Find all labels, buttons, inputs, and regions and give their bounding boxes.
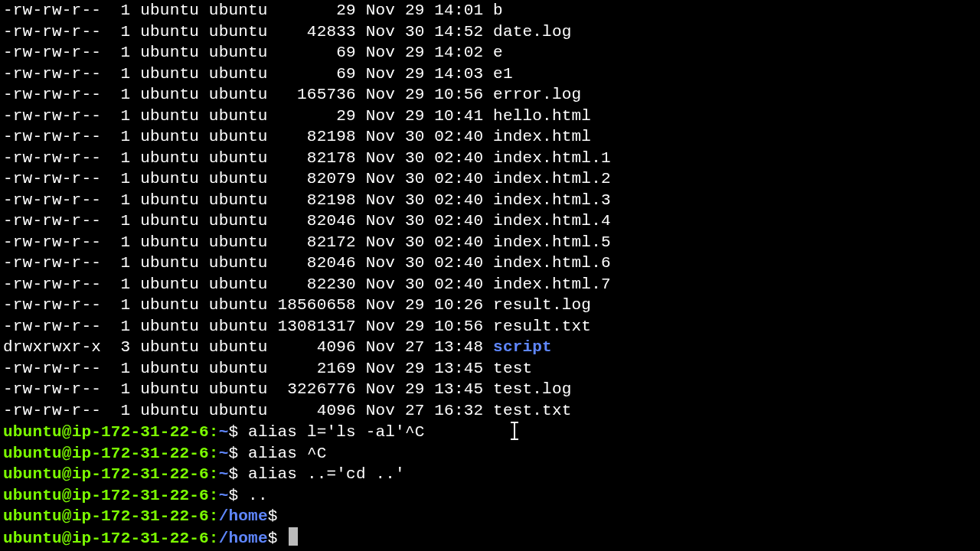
file-name: e	[493, 44, 503, 61]
prompt-line: ubuntu@ip-172-31-22-6:~$ alias ^C	[3, 443, 977, 465]
ls-row: -rw-rw-r-- 1 ubuntu ubuntu 2169 Nov 29 1…	[3, 358, 977, 380]
ls-row: -rw-rw-r-- 1 ubuntu ubuntu 82079 Nov 30 …	[3, 168, 977, 190]
ls-row: -rw-rw-r-- 1 ubuntu ubuntu 82230 Nov 30 …	[3, 274, 977, 295]
prompt-path: ~	[219, 445, 229, 462]
prompt-user: ubuntu@	[3, 423, 72, 441]
ls-row: -rw-rw-r-- 1 ubuntu ubuntu 69 Nov 29 14:…	[3, 64, 977, 85]
file-name: e1	[493, 65, 513, 83]
file-name: date.log	[493, 23, 571, 41]
file-name: index.html.7	[493, 276, 611, 293]
ls-row: -rw-rw-r-- 1 ubuntu ubuntu 4096 Nov 27 1…	[3, 400, 977, 422]
prompt-host: ip-172-31-22-6	[72, 445, 209, 462]
file-name: error.log	[493, 86, 581, 103]
prompt-colon: :	[209, 507, 219, 525]
prompt-path: ~	[219, 423, 229, 441]
prompt-path: ~	[219, 465, 229, 483]
command-text[interactable]: alias l='ls -al'^C	[248, 423, 424, 441]
prompt-user: ubuntu@	[3, 530, 72, 547]
ls-row: -rw-rw-r-- 1 ubuntu ubuntu 18560658 Nov …	[3, 295, 977, 316]
prompt-user: ubuntu@	[3, 487, 72, 504]
prompt-host: ip-172-31-22-6	[72, 465, 209, 483]
prompt-host: ip-172-31-22-6	[72, 530, 209, 547]
prompt-line: ubuntu@ip-172-31-22-6:~$ ..	[3, 485, 977, 507]
ls-row: -rw-rw-r-- 1 ubuntu ubuntu 3226776 Nov 2…	[3, 379, 977, 400]
file-name: test	[493, 360, 532, 377]
prompt-user: ubuntu@	[3, 507, 72, 525]
file-name: index.html.4	[493, 212, 611, 230]
ls-row: -rw-rw-r-- 1 ubuntu ubuntu 69 Nov 29 14:…	[3, 42, 977, 64]
prompt-dollar: $	[268, 530, 288, 547]
block-cursor-icon	[289, 527, 298, 546]
command-text[interactable]: alias ^C	[248, 445, 326, 462]
prompt-user: ubuntu@	[3, 445, 72, 462]
file-name: result.txt	[493, 318, 591, 335]
ls-row: -rw-rw-r-- 1 ubuntu ubuntu 82198 Nov 30 …	[3, 126, 977, 148]
prompt-colon: :	[209, 423, 219, 441]
file-name: result.log	[493, 296, 591, 314]
ls-row: -rw-rw-r-- 1 ubuntu ubuntu 13081317 Nov …	[3, 316, 977, 337]
prompt-host: ip-172-31-22-6	[72, 423, 209, 441]
command-text[interactable]: ..	[248, 487, 268, 504]
prompt-colon: :	[209, 465, 219, 483]
file-name: test.txt	[493, 402, 571, 419]
prompt-colon: :	[209, 487, 219, 504]
ls-row: -rw-rw-r-- 1 ubuntu ubuntu 165736 Nov 29…	[3, 84, 977, 106]
prompt-colon: :	[209, 445, 219, 462]
file-name: index.html.2	[493, 170, 611, 187]
prompt-line: ubuntu@ip-172-31-22-6:~$ alias ..='cd ..…	[3, 464, 977, 485]
prompt-dollar: $	[268, 507, 288, 525]
ls-row: drwxrwxr-x 3 ubuntu ubuntu 4096 Nov 27 1…	[3, 337, 977, 358]
prompt-host: ip-172-31-22-6	[72, 487, 209, 504]
prompt-dollar: $	[228, 445, 248, 462]
prompt-path: /home	[219, 507, 268, 525]
ls-row: -rw-rw-r-- 1 ubuntu ubuntu 29 Nov 29 14:…	[3, 0, 977, 21]
file-name: index.html	[493, 128, 591, 145]
ls-row: -rw-rw-r-- 1 ubuntu ubuntu 82172 Nov 30 …	[3, 232, 977, 253]
ls-row: -rw-rw-r-- 1 ubuntu ubuntu 82046 Nov 30 …	[3, 253, 977, 274]
prompt-dollar: $	[228, 423, 248, 441]
file-name: index.html.1	[493, 149, 611, 167]
file-name: test.log	[493, 380, 571, 398]
prompt-dollar: $	[228, 487, 248, 504]
prompt-line: ubuntu@ip-172-31-22-6:/home$	[3, 506, 977, 527]
ls-row: -rw-rw-r-- 1 ubuntu ubuntu 82046 Nov 30 …	[3, 210, 977, 232]
terminal-output[interactable]: -rw-rw-r-- 1 ubuntu ubuntu 29 Nov 29 14:…	[0, 0, 980, 549]
prompt-line: ubuntu@ip-172-31-22-6:~$ alias l='ls -al…	[3, 421, 977, 443]
file-name: index.html.6	[493, 254, 611, 272]
dir-name: script	[493, 338, 552, 356]
ls-row: -rw-rw-r-- 1 ubuntu ubuntu 29 Nov 29 10:…	[3, 106, 977, 127]
ls-row: -rw-rw-r-- 1 ubuntu ubuntu 82198 Nov 30 …	[3, 190, 977, 211]
prompt-path: /home	[219, 530, 268, 547]
file-name: b	[493, 2, 503, 19]
ls-row: -rw-rw-r-- 1 ubuntu ubuntu 82178 Nov 30 …	[3, 148, 977, 169]
prompt-path: ~	[219, 487, 229, 504]
prompt-user: ubuntu@	[3, 465, 72, 483]
text-cursor-icon	[509, 421, 520, 441]
prompt-dollar: $	[228, 465, 248, 483]
prompt-colon: :	[209, 530, 219, 547]
file-name: index.html.5	[493, 233, 611, 251]
ls-row: -rw-rw-r-- 1 ubuntu ubuntu 42833 Nov 30 …	[3, 21, 977, 43]
command-text[interactable]: alias ..='cd ..'	[248, 465, 405, 483]
file-name: index.html.3	[493, 191, 611, 209]
prompt-line: ubuntu@ip-172-31-22-6:/home$	[3, 527, 977, 549]
prompt-host: ip-172-31-22-6	[72, 507, 209, 525]
file-name: hello.html	[493, 107, 591, 125]
